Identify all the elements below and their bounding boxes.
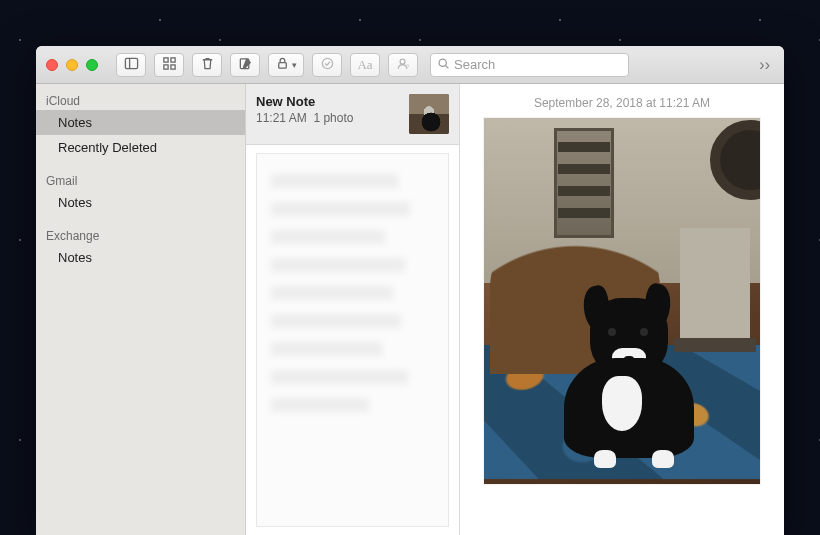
svg-rect-7 — [279, 62, 287, 68]
folders-sidebar: iCloud Notes Recently Deleted Gmail Note… — [36, 84, 246, 535]
checklist-button[interactable] — [312, 53, 342, 77]
overflow-icon: ›› — [759, 56, 770, 73]
svg-rect-3 — [170, 57, 174, 61]
sidebar-item-gmail-notes[interactable]: Notes — [36, 190, 245, 215]
note-list-item[interactable]: New Note 11:21 AM 1 photo — [246, 84, 459, 145]
search-input[interactable] — [454, 57, 622, 72]
new-note-button[interactable] — [230, 53, 260, 77]
toolbar-overflow-button[interactable]: ›› — [755, 56, 774, 74]
toggle-sidebar-button[interactable] — [116, 53, 146, 77]
sidebar-item-icloud-notes[interactable]: Notes — [36, 110, 245, 135]
svg-rect-4 — [163, 64, 167, 68]
svg-point-8 — [322, 58, 332, 68]
svg-rect-0 — [125, 58, 137, 68]
svg-point-9 — [400, 59, 405, 64]
note-editor[interactable]: September 28, 2018 at 11:21 AM — [460, 84, 784, 535]
lock-note-button[interactable]: ▾ — [268, 53, 304, 77]
delete-note-button[interactable] — [192, 53, 222, 77]
format-text-icon: Aa — [357, 57, 372, 73]
compose-icon — [238, 56, 253, 74]
notes-app-window: ▾ Aa ›› iCloud No — [36, 46, 784, 535]
toolbar: ▾ Aa ›› — [36, 46, 784, 84]
svg-rect-2 — [163, 57, 167, 61]
svg-line-12 — [446, 65, 449, 68]
add-people-icon — [396, 56, 411, 74]
note-photo-attachment[interactable] — [484, 118, 760, 484]
content-area: iCloud Notes Recently Deleted Gmail Note… — [36, 84, 784, 535]
trash-icon — [200, 56, 215, 74]
account-header-icloud: iCloud — [36, 90, 245, 110]
close-window-button[interactable] — [46, 59, 58, 71]
note-item-title: New Note — [256, 94, 401, 109]
search-field[interactable] — [430, 53, 629, 77]
lock-icon — [275, 56, 290, 74]
collaborate-button[interactable] — [388, 53, 418, 77]
grid-view-icon — [162, 56, 177, 74]
sidebar-item-exchange-notes[interactable]: Notes — [36, 245, 245, 270]
chevron-down-icon: ▾ — [292, 60, 297, 70]
notes-list: New Note 11:21 AM 1 photo — [246, 84, 460, 535]
note-item-subtitle: 11:21 AM 1 photo — [256, 111, 401, 125]
grid-view-button[interactable] — [154, 53, 184, 77]
window-controls — [46, 59, 98, 71]
note-item-thumbnail — [409, 94, 449, 134]
sidebar-item-recently-deleted[interactable]: Recently Deleted — [36, 135, 245, 160]
zoom-window-button[interactable] — [86, 59, 98, 71]
notes-list-redacted — [256, 153, 449, 527]
minimize-window-button[interactable] — [66, 59, 78, 71]
note-timestamp: September 28, 2018 at 11:21 AM — [534, 96, 710, 110]
svg-rect-5 — [170, 64, 174, 68]
checklist-icon — [320, 56, 335, 74]
search-icon — [437, 56, 450, 74]
account-header-exchange: Exchange — [36, 225, 245, 245]
svg-point-11 — [439, 59, 446, 66]
sidebar-toggle-icon — [124, 56, 139, 74]
format-button[interactable]: Aa — [350, 53, 380, 77]
account-header-gmail: Gmail — [36, 170, 245, 190]
